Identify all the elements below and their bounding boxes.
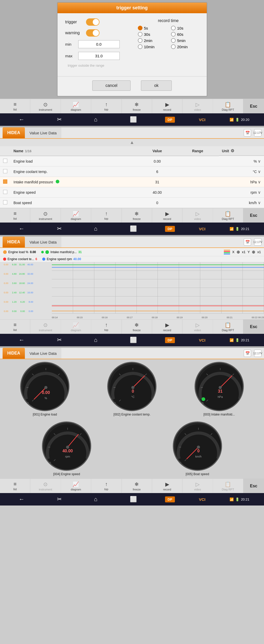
nav-bar-2: ← ✂ ⌂ ⬜ DP VCI 📶 🔋 20:21 [0,223,264,235]
svg-text:0.0: 0.0 [178,461,181,464]
home4-icon[interactable]: ⌂ [90,494,102,504]
esc-button[interactable]: Esc [243,99,264,113]
toolbar-record[interactable]: ▶ record [152,99,182,113]
toolbar-list[interactable]: ≡ list [0,99,30,113]
toolbar-diagram[interactable]: 📈 diagram [61,99,91,113]
toolbar4-list[interactable]: ≡ list [0,479,30,493]
chevron-1[interactable]: ∨ [258,159,261,164]
calendar4-icon[interactable]: 📅 [244,350,251,357]
legend-label-load: Engine load % [8,250,28,254]
scissors-icon[interactable]: ✂ [53,115,66,124]
trigger-label: trigger [65,20,86,24]
modal-bottom-toolbar: ≡ list ⊙ instrument 📈 diagram ↑ top ❄ fr… [0,99,264,113]
chevron-4[interactable]: ∨ [258,190,261,195]
radio-10min[interactable]: 10min [138,44,166,49]
zoom-in-icon[interactable]: ⊕ [237,250,240,254]
radio-10s[interactable]: 10s [171,26,199,30]
gauge-panel: HIDEA Value Live Data 📅 12.17V [0,348,264,493]
value-tab-3[interactable]: Value Live Data [25,237,61,247]
copy-icon[interactable]: ⬜ [126,115,141,124]
row-checkbox-1[interactable] [3,159,7,163]
toolbar3-record[interactable]: ▶ record [152,320,182,334]
hidea-tab-4[interactable]: HIDEA [3,348,25,359]
back3-icon[interactable]: ← [15,335,29,345]
list-icon: ≡ [13,101,17,107]
cancel-button[interactable]: cancel [92,80,131,91]
scissors4-icon[interactable]: ✂ [53,494,66,504]
toolbar-diagrpt[interactable]: 📋 Diag RPT [213,99,243,113]
esc-button-2[interactable]: Esc [243,208,264,223]
radio-5min[interactable]: 5min [171,38,199,43]
legend-dot-load [3,250,7,254]
toolbar2-record[interactable]: ▶ record [152,208,182,223]
toolbar2-instrument[interactable]: ⊙ instrument [30,208,61,223]
gauge-intake: 31 hPa 15.5 31.0 [003] Intake manifold..… [177,362,261,416]
toolbar4-diagram[interactable]: 📈 diagram [61,479,91,493]
ok-button[interactable]: ok [141,80,172,91]
back-icon[interactable]: ← [15,115,29,124]
home3-icon[interactable]: ⌂ [90,335,102,345]
radio-2min[interactable]: 2min [138,38,166,43]
toolbar-freeze[interactable]: ❄ freeze [122,99,152,113]
copy2-icon[interactable]: ⬜ [126,224,141,234]
esc-button-4[interactable]: Esc [243,479,264,493]
trigger-toggle[interactable] [86,18,99,26]
radio-5s[interactable]: 5s [138,26,166,30]
row-checkbox-3[interactable] [3,179,7,184]
radio-60s[interactable]: 60s [171,32,199,37]
dp-logo: DP [165,117,175,123]
settings-icon[interactable]: ⚙ [231,148,234,153]
value-tab[interactable]: Value Live Data [25,127,61,138]
row-checkbox-4[interactable] [3,190,7,194]
toolbar4-record[interactable]: ▶ record [152,479,182,493]
chevron-3[interactable]: ∨ [258,179,261,184]
top3-icon: ↑ [105,322,108,328]
back4-icon[interactable]: ← [15,494,29,504]
scroll-up[interactable]: ▲ [0,139,264,146]
warning-toggle[interactable] [86,29,99,37]
toolbar4-freeze[interactable]: ❄ freeze [122,479,152,493]
calendar-icon[interactable]: 📅 [244,129,251,136]
toolbar2-freeze[interactable]: ❄ freeze [122,208,152,223]
toolbar3-diagrpt[interactable]: 📋 Diag RPT [213,320,243,334]
chevron-5[interactable]: ∨ [258,200,261,205]
home2-icon[interactable]: ⌂ [90,224,102,234]
svg-text:°C: °C [131,395,134,398]
home-icon[interactable]: ⌂ [90,115,102,124]
toolbar2-top[interactable]: ↑ top [91,208,122,223]
hidea-tab[interactable]: HIDEA [3,127,25,138]
diagrpt3-icon: 📋 [225,322,231,328]
max-input[interactable]: 31.0 [78,52,120,60]
toolbar2-diagram[interactable]: 📈 diagram [61,208,91,223]
row-checkbox-5[interactable] [3,200,7,204]
diagram2-icon: 📈 [73,211,79,217]
toolbar4-top[interactable]: ↑ top [91,479,122,493]
toolbar2-list[interactable]: ≡ list [0,208,30,223]
scissors2-icon[interactable]: ✂ [53,224,66,234]
scissors3-icon[interactable]: ✂ [53,335,66,345]
copy4-icon[interactable]: ⬜ [126,494,141,504]
toolbar-top[interactable]: ↑ top [91,99,122,113]
toolbar2-diagrpt[interactable]: 📋 Diag RPT [213,208,243,223]
toolbar-instrument[interactable]: ⊙ instrument [30,99,61,113]
copy3-icon[interactable]: ⬜ [126,335,141,345]
back2-icon[interactable]: ← [15,224,29,234]
esc-button-3[interactable]: Esc [243,320,264,334]
toolbar3-top[interactable]: ↑ top [91,320,122,334]
video2-icon: ▷ [196,211,199,217]
min-input[interactable]: 0.0 [78,40,120,48]
chart-lines-icon[interactable] [224,250,230,254]
legend-label-intake: Intake manifold p... [51,250,77,254]
row-checkbox-2[interactable] [3,169,7,173]
hidea-tab-3[interactable]: HIDEA [3,237,25,247]
zoom-in-y-icon[interactable]: ⊕ [252,250,255,254]
chevron-2[interactable]: ∨ [258,169,261,174]
gauge-label-3: [003] Intake manifold... [203,413,235,416]
toolbar3-list[interactable]: ≡ list [0,320,30,334]
radio-30s[interactable]: 30s [138,32,166,37]
calendar3-icon[interactable]: 📅 [244,238,251,246]
radio-20min[interactable]: 20min [171,44,199,49]
chart-bottom-toolbar: ≡ list ⊙ instrument 📈 diagram ↑ top ❄ fr… [0,319,264,334]
toolbar3-freeze[interactable]: ❄ freeze [122,320,152,334]
value-tab-4[interactable]: Value Live Data [25,348,61,359]
